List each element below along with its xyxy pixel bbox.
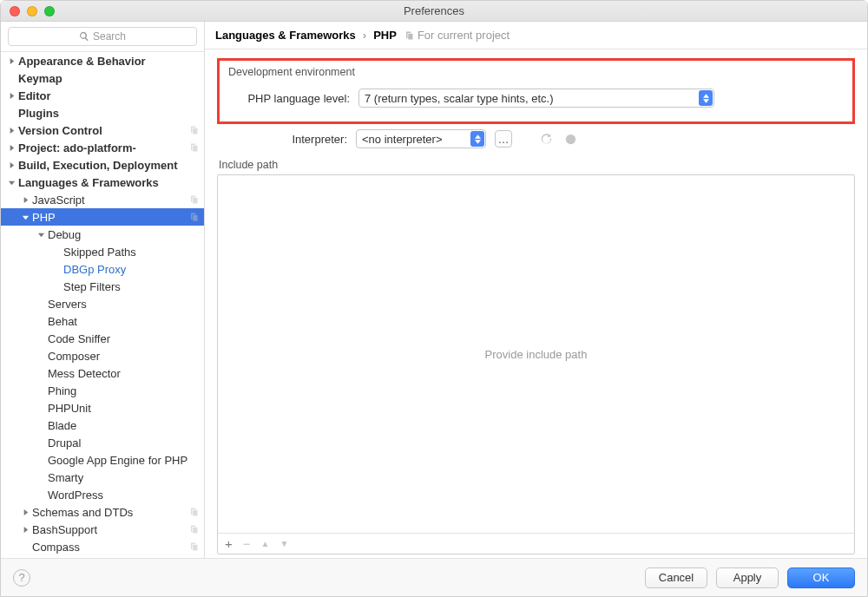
tree-item-label: Drupal xyxy=(48,436,81,449)
tree-item-label: Project: ado-platform- xyxy=(18,141,136,154)
breadcrumb-root: Languages & Frameworks xyxy=(215,29,356,42)
tree-item[interactable]: WordPress xyxy=(1,486,204,503)
include-path-title: Include path xyxy=(219,159,855,171)
tree-item-label: Keymap xyxy=(18,72,62,85)
tree-item[interactable]: BashSupport xyxy=(1,521,204,538)
tree-item[interactable]: Version Control xyxy=(1,121,204,139)
tree-item[interactable]: JavaScript xyxy=(1,191,204,208)
interpreter-browse-button[interactable]: … xyxy=(495,130,512,148)
help-button[interactable]: ? xyxy=(13,569,30,587)
interpreter-value[interactable] xyxy=(356,129,486,148)
apply-button[interactable]: Apply xyxy=(716,567,779,588)
tree-item[interactable]: Editor xyxy=(1,87,204,104)
move-up-button[interactable]: ▲ xyxy=(261,539,270,548)
tree-item-label: Languages & Frameworks xyxy=(18,176,159,189)
preferences-window: Preferences Search Appearance & Behavior… xyxy=(0,0,868,597)
tree-item[interactable]: Languages & Frameworks xyxy=(1,174,204,191)
minimize-icon[interactable] xyxy=(27,6,37,16)
add-button[interactable]: + xyxy=(225,536,233,551)
include-path-list[interactable]: Provide include path + − ▲ ▼ xyxy=(217,174,855,554)
cancel-button[interactable]: Cancel xyxy=(645,567,707,588)
window-title: Preferences xyxy=(1,4,867,17)
tree-item[interactable]: Plugins xyxy=(1,104,204,121)
tree-item[interactable]: Blade xyxy=(1,417,204,434)
tree-item[interactable]: Composer xyxy=(1,347,204,364)
tree-item-label: Servers xyxy=(48,298,87,311)
scope-label: For current project xyxy=(404,29,510,42)
settings-tree[interactable]: Appearance & BehaviorKeymapEditorPlugins… xyxy=(1,52,204,558)
tree-item-label: Blade xyxy=(48,419,76,432)
tree-item-label: WordPress xyxy=(48,489,103,502)
tree-item[interactable]: Drupal xyxy=(1,434,204,451)
window-controls xyxy=(10,6,55,16)
php-language-level-label: PHP language level: xyxy=(228,92,350,105)
tree-item[interactable]: Schemas and DTDs xyxy=(1,503,204,521)
tree-item-label: Appearance & Behavior xyxy=(18,55,146,68)
titlebar: Preferences xyxy=(1,1,867,22)
zoom-icon[interactable] xyxy=(44,6,55,16)
tree-item[interactable]: Behat xyxy=(1,312,204,330)
tree-item[interactable]: Step Filters xyxy=(1,278,204,295)
breadcrumb-leaf: PHP xyxy=(373,29,397,42)
tree-item[interactable]: Build, Execution, Deployment xyxy=(1,156,204,174)
tree-item[interactable]: Google App Engine for PHP xyxy=(1,451,204,469)
sidebar: Search Appearance & BehaviorKeymapEditor… xyxy=(1,22,205,558)
tree-item[interactable]: Phing xyxy=(1,382,204,399)
remove-button[interactable]: − xyxy=(243,536,251,551)
tree-item-label: Version Control xyxy=(18,124,102,137)
tree-item-label: Step Filters xyxy=(63,280,121,293)
main-panel: Languages & Frameworks › PHP For current… xyxy=(205,22,867,558)
php-language-level-value[interactable] xyxy=(358,89,714,108)
tree-item-label: Debug xyxy=(48,228,81,241)
include-path-toolbar: + − ▲ ▼ xyxy=(218,533,854,554)
include-path-placeholder: Provide include path xyxy=(485,348,588,361)
tree-item-label: Google App Engine for PHP xyxy=(48,454,187,467)
tree-item[interactable]: Project: ado-platform- xyxy=(1,139,204,156)
info-icon[interactable] xyxy=(562,131,578,147)
tree-item[interactable]: Skipped Paths xyxy=(1,243,204,260)
php-language-level-select[interactable] xyxy=(358,89,714,108)
chevron-right-icon: › xyxy=(363,29,366,42)
tree-item-label: Build, Execution, Deployment xyxy=(18,159,177,172)
tree-item-label: BashSupport xyxy=(32,523,97,536)
tree-item-label: Compass xyxy=(32,541,80,554)
tree-item-label: Behat xyxy=(48,315,77,328)
tree-item[interactable]: Compass xyxy=(1,538,204,555)
tree-item[interactable]: Appearance & Behavior xyxy=(1,52,204,69)
tree-item[interactable]: Servers xyxy=(1,295,204,312)
tree-item-label: Skipped Paths xyxy=(63,246,136,259)
search-input[interactable]: Search xyxy=(8,27,197,46)
tree-item[interactable]: Mess Detector xyxy=(1,364,204,382)
move-down-button[interactable]: ▼ xyxy=(279,539,288,548)
tree-item-label: DBGp Proxy xyxy=(63,263,126,276)
reload-icon[interactable] xyxy=(538,131,554,147)
tree-item[interactable]: DBGp Proxy xyxy=(1,260,204,278)
stepper-icon[interactable] xyxy=(470,131,484,147)
stepper-icon[interactable] xyxy=(699,90,713,106)
tree-item[interactable]: PHPUnit xyxy=(1,399,204,417)
tree-item[interactable]: Keymap xyxy=(1,69,204,87)
tree-item-label: Phing xyxy=(48,384,76,397)
search-icon xyxy=(79,31,89,42)
svg-point-0 xyxy=(565,134,575,143)
copy-icon xyxy=(404,30,414,41)
tree-item[interactable]: PHP xyxy=(1,208,204,226)
tree-item-label: Plugins xyxy=(18,107,59,120)
tree-item-label: Mess Detector xyxy=(48,367,121,380)
ok-button[interactable]: OK xyxy=(787,567,855,588)
tree-item-label: PHPUnit xyxy=(48,402,91,415)
close-icon[interactable] xyxy=(10,6,20,16)
tree-item-label: PHP xyxy=(32,211,56,224)
dev-env-group-title: Development environment xyxy=(228,64,844,85)
tree-item-label: Editor xyxy=(18,89,51,102)
highlighted-region: Development environment PHP language lev… xyxy=(217,58,855,124)
tree-item-label: Smarty xyxy=(48,471,83,484)
dialog-footer: ? Cancel Apply OK xyxy=(1,558,867,596)
tree-item[interactable]: Smarty xyxy=(1,469,204,486)
tree-item-label: Code Sniffer xyxy=(48,332,110,345)
tree-item[interactable]: Debug xyxy=(1,226,204,243)
tree-item[interactable]: Code Sniffer xyxy=(1,330,204,347)
search-placeholder: Search xyxy=(93,30,126,43)
interpreter-select[interactable] xyxy=(356,129,486,148)
tree-item-label: Composer xyxy=(48,350,100,363)
